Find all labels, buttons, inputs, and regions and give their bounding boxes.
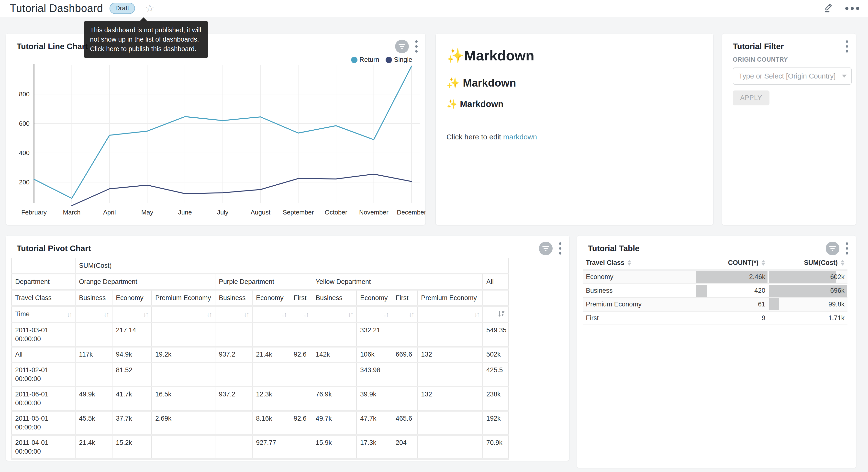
- pivot-value-cell: [290, 435, 312, 459]
- sort-icon[interactable]: ↓↑: [67, 311, 72, 318]
- pivot-value-cell: 16.5k: [152, 387, 215, 411]
- pivot-dept-all: All: [483, 274, 508, 290]
- pivot-class-row: Travel Class BusinessEconomyPremium Econ…: [11, 290, 508, 306]
- pivot-row-header: 2011-06-01 00:00:00: [11, 387, 75, 411]
- tutorial-table-body: Economy2.46k602kBusiness420696kPremium E…: [583, 270, 847, 325]
- pivot-value-cell: [392, 323, 417, 347]
- sort-icon[interactable]: ↓↑: [304, 311, 308, 318]
- origin-country-select[interactable]: Type or Select [Origin Country]: [733, 67, 851, 85]
- travel-class-cell: First: [583, 311, 695, 325]
- pivot-data-row: 2011-04-01 00:00:0021.4k15.2k927.7715.9k…: [11, 435, 508, 459]
- col-header-count[interactable]: COUNT(*): [695, 256, 768, 270]
- table-card-title: Tutorial Table: [588, 244, 640, 253]
- pivot-metric-cell: SUM(Cost): [75, 258, 508, 274]
- pivot-row-header: All: [11, 347, 75, 362]
- col-header-travel-class[interactable]: Travel Class: [583, 256, 695, 270]
- line-chart-card: Tutorial Line Chart Return Single 200400…: [6, 33, 426, 225]
- select-placeholder: Type or Select [Origin Country]: [739, 72, 840, 80]
- sort-icon[interactable]: ↓↑: [244, 311, 249, 318]
- line-chart-title: Tutorial Line Chart: [17, 42, 88, 51]
- count-cell: 2.46k: [695, 270, 768, 284]
- pivot-value-cell: 81.52: [112, 362, 152, 387]
- sort-desc-icon[interactable]: [498, 310, 505, 319]
- chevron-down-icon: [842, 75, 847, 78]
- table-row[interactable]: Economy2.46k602k: [583, 270, 847, 284]
- filter-menu-icon[interactable]: [844, 39, 850, 54]
- pivot-value-cell: 92.6: [290, 411, 312, 435]
- pivot-class-cell-empty: [483, 290, 508, 306]
- pivot-sort-cell: ↓↑: [252, 306, 290, 323]
- sort-icon[interactable]: [627, 260, 631, 266]
- sort-icon[interactable]: ↓↑: [104, 311, 108, 318]
- pivot-dept-label: Department: [11, 274, 75, 290]
- svg-text:June: June: [178, 209, 192, 216]
- pivot-sort-cell: ↓↑: [112, 306, 152, 323]
- pivot-class-cell: First: [290, 290, 312, 306]
- sort-icon[interactable]: ↓↑: [143, 311, 148, 318]
- count-cell: 9: [695, 311, 768, 325]
- pivot-value-cell: 425.5: [483, 362, 508, 387]
- chart-menu-icon[interactable]: [557, 241, 563, 256]
- filter-card-title: Tutorial Filter: [733, 42, 784, 51]
- pivot-sort-cell: ↓↑: [356, 306, 392, 323]
- edit-pencil-icon[interactable]: [823, 2, 835, 14]
- pivot-value-cell: 39.9k: [356, 387, 392, 411]
- pivot-metric-row: SUM(Cost): [11, 258, 508, 274]
- pivot-value-cell: [215, 323, 252, 347]
- more-options-icon[interactable]: [845, 7, 859, 10]
- sort-icon[interactable]: [841, 260, 844, 266]
- pivot-value-cell: 12.3k: [252, 387, 290, 411]
- favorite-star-icon[interactable]: ☆: [145, 3, 155, 13]
- sort-icon[interactable]: ↓↑: [348, 311, 353, 318]
- pivot-value-cell: [417, 435, 483, 459]
- table-row[interactable]: Business420696k: [583, 284, 847, 298]
- pivot-row-header: 2011-02-01 00:00:00: [11, 362, 75, 387]
- count-cell: 61: [695, 298, 768, 311]
- publish-tooltip[interactable]: This dashboard is not published, it will…: [84, 21, 208, 58]
- pivot-class-label: Travel Class: [11, 290, 75, 306]
- tutorial-table: Travel Class COUNT(*) SUM(Cost) Economy2…: [583, 256, 847, 325]
- sort-icon[interactable]: ↓↑: [383, 311, 388, 318]
- pivot-class-cell: Premium Economy: [152, 290, 215, 306]
- table-row[interactable]: First91.71k: [583, 311, 847, 325]
- filter-card: Tutorial Filter ORIGIN COUNTRY Type or S…: [722, 33, 856, 225]
- pivot-department-row: Department Orange Department Purple Depa…: [11, 274, 508, 290]
- svg-text:600: 600: [19, 120, 30, 127]
- markdown-h2: ✨ Markdown: [446, 77, 703, 89]
- pivot-value-cell: [252, 362, 290, 387]
- chart-menu-icon[interactable]: [414, 39, 419, 54]
- filter-indicator-icon[interactable]: [826, 242, 839, 255]
- sum-cell: 696k: [768, 284, 847, 298]
- filter-indicator-icon[interactable]: [395, 40, 409, 53]
- col-header-sum-cost[interactable]: SUM(Cost): [768, 256, 847, 270]
- pivot-value-cell: 937.2: [215, 347, 252, 362]
- dashboard-header: Tutorial Dashboard Draft ☆: [0, 0, 868, 17]
- pivot-sort-cell: ↓↑: [417, 306, 483, 323]
- pivot-value-cell: 15.9k: [312, 435, 356, 459]
- pivot-sort-cell: ↓↑: [215, 306, 252, 323]
- svg-text:May: May: [141, 209, 153, 216]
- legend-item-return[interactable]: Return: [351, 56, 379, 64]
- chart-menu-icon[interactable]: [844, 241, 850, 256]
- pivot-value-cell: [152, 435, 215, 459]
- pivot-class-cell: First: [392, 290, 417, 306]
- sort-icon[interactable]: ↓↑: [474, 311, 479, 318]
- sort-icon[interactable]: [762, 260, 765, 266]
- apply-button[interactable]: APPLY: [733, 90, 770, 106]
- value-bar: [695, 285, 707, 297]
- pivot-class-cell: Economy: [112, 290, 152, 306]
- draft-badge[interactable]: Draft: [110, 3, 135, 14]
- markdown-edit-link[interactable]: markdown: [503, 133, 537, 141]
- pivot-data-row: 2011-02-01 00:00:0081.52343.98425.5: [11, 362, 508, 387]
- sort-icon[interactable]: ↓↑: [281, 311, 286, 318]
- sum-cell: 602k: [768, 270, 847, 284]
- filter-indicator-icon[interactable]: [539, 242, 553, 255]
- sort-icon[interactable]: ↓↑: [409, 311, 414, 318]
- pivot-dept-purple: Purple Department: [215, 274, 312, 290]
- sort-icon[interactable]: ↓↑: [207, 311, 212, 318]
- chart-legend: Return Single: [351, 56, 412, 64]
- legend-item-single[interactable]: Single: [385, 56, 412, 64]
- pivot-value-cell: 238k: [483, 387, 508, 411]
- table-row[interactable]: Premium Economy6199.8k: [583, 298, 847, 311]
- pivot-class-cell: Business: [215, 290, 252, 306]
